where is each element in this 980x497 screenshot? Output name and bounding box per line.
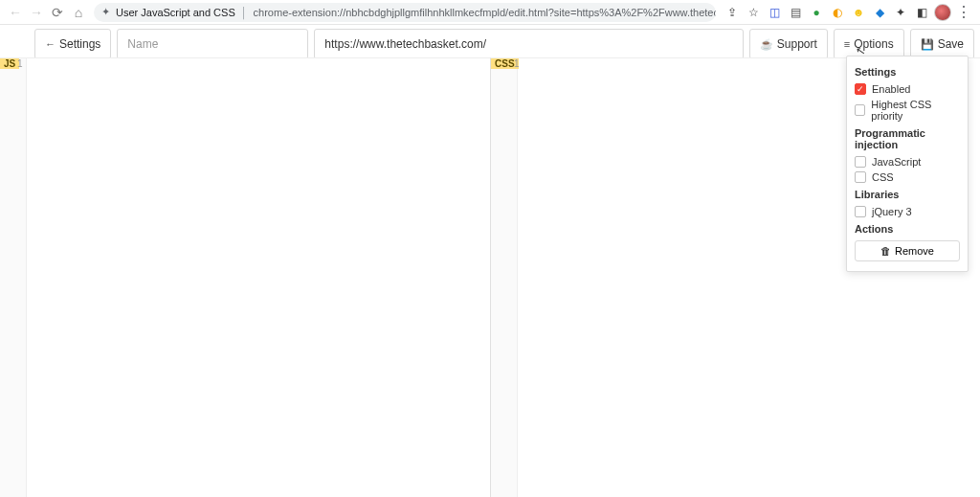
nav-back-icon[interactable]: ← — [6, 3, 25, 22]
name-input[interactable] — [117, 29, 308, 59]
option-css-label: CSS — [872, 171, 894, 183]
support-button[interactable]: ☕ Support — [749, 29, 828, 59]
option-highest-css-label: Highest CSS priority — [871, 99, 960, 122]
settings-button-label: Settings — [59, 37, 100, 51]
star-icon[interactable]: ☆ — [745, 4, 762, 21]
support-button-label: Support — [777, 37, 817, 51]
ext-icon-5[interactable]: ☻ — [850, 4, 867, 21]
checkbox-enabled[interactable]: ✓ — [855, 83, 866, 95]
options-actions-head: Actions — [855, 223, 960, 235]
checkbox-css[interactable] — [855, 171, 866, 183]
option-css[interactable]: CSS — [855, 169, 960, 185]
checkbox-highest-css[interactable] — [855, 104, 865, 116]
floppy-icon: 💾 — [921, 38, 934, 51]
editor-split: JS 1 CSS 1 — [0, 57, 980, 497]
browser-menu-icon[interactable]: ⋮ — [955, 4, 972, 21]
panel-icon[interactable]: ◧ — [913, 4, 930, 21]
option-jquery-label: jQuery 3 — [872, 206, 912, 217]
option-js[interactable]: JavaScript — [855, 154, 960, 169]
options-settings-head: Settings — [855, 66, 960, 78]
ext-icon-2[interactable]: ▤ — [787, 4, 804, 21]
page-title: User JavaScript and CSS — [116, 7, 235, 18]
js-first-line-number: 1 — [17, 58, 23, 69]
options-libraries-head: Libraries — [855, 189, 960, 200]
js-code-area[interactable] — [27, 58, 490, 497]
css-gutter: CSS 1 — [491, 58, 518, 497]
back-arrow-icon: ← — [45, 38, 56, 50]
option-js-label: JavaScript — [872, 156, 921, 168]
css-first-line-number: 1 — [514, 58, 520, 69]
remove-button-label: Remove — [895, 245, 934, 257]
url-input[interactable] — [314, 29, 743, 59]
page-url: chrome-extension://nbhcbdghjpllgmfilhnhk… — [254, 7, 716, 18]
checkbox-js[interactable] — [855, 156, 866, 168]
option-highest-css[interactable]: Highest CSS priority — [855, 97, 960, 124]
trash-icon: 🗑 — [880, 245, 891, 257]
js-gutter: JS 1 — [0, 58, 27, 497]
options-prog-inject-head: Programmatic injection — [855, 127, 960, 150]
address-separator: │ — [241, 7, 248, 18]
save-button-label: Save — [938, 37, 964, 51]
address-bar[interactable]: ✦ User JavaScript and CSS │ chrome-exten… — [94, 3, 716, 22]
nav-reload-icon[interactable]: ⟳ — [48, 3, 67, 22]
extension-puzzle-icon: ✦ — [101, 6, 110, 18]
settings-button[interactable]: ← Settings — [34, 29, 111, 59]
ext-icon-1[interactable]: ◫ — [766, 4, 783, 21]
menu-lines-icon: ≡ — [844, 38, 850, 50]
profile-avatar[interactable] — [934, 4, 951, 21]
extensions-puzzle-icon[interactable]: ✦ — [892, 4, 909, 21]
nav-forward-icon[interactable]: → — [27, 3, 46, 22]
ext-icon-6[interactable]: ◆ — [871, 4, 888, 21]
browser-action-icons: ⇪ ☆ ◫ ▤ ● ◐ ☻ ◆ ✦ ◧ ⋮ — [722, 4, 974, 21]
js-editor-pane[interactable]: JS 1 — [0, 57, 490, 497]
share-icon[interactable]: ⇪ — [724, 4, 741, 21]
app-toolbar: ← Settings ☕ Support ≡ Options 💾 Save — [34, 29, 974, 59]
option-jquery[interactable]: jQuery 3 — [855, 204, 960, 219]
checkbox-jquery[interactable] — [855, 206, 866, 217]
coffee-icon: ☕ — [760, 38, 773, 51]
options-panel: Settings ✓ Enabled Highest CSS priority … — [846, 56, 969, 272]
option-enabled[interactable]: ✓ Enabled — [855, 81, 960, 97]
ext-icon-3[interactable]: ● — [808, 4, 825, 21]
browser-chrome-bar: ← → ⟳ ⌂ ✦ User JavaScript and CSS │ chro… — [0, 0, 980, 25]
remove-button[interactable]: 🗑 Remove — [855, 240, 960, 261]
option-enabled-label: Enabled — [872, 83, 910, 95]
nav-home-icon[interactable]: ⌂ — [69, 3, 88, 22]
ext-icon-4[interactable]: ◐ — [829, 4, 846, 21]
